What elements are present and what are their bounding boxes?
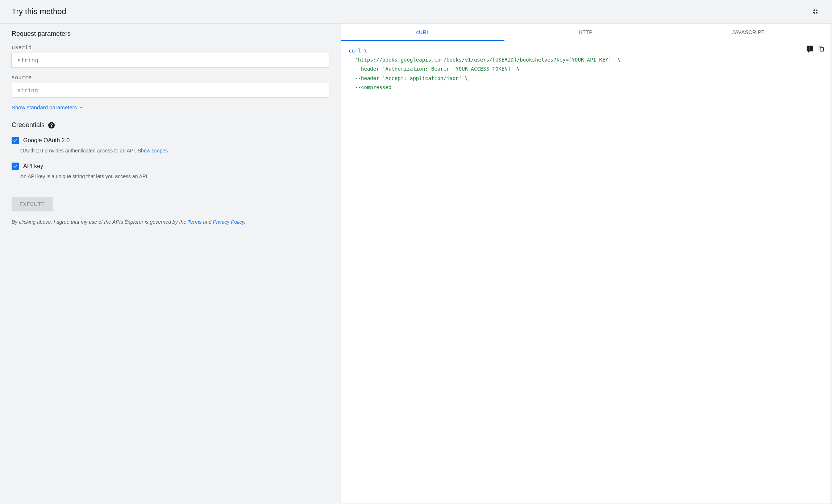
terms-link[interactable]: Terms	[188, 219, 201, 225]
code-token	[379, 75, 382, 81]
disclaimer-pre: By clicking above, I agree that my use o…	[12, 219, 188, 225]
show-standard-params-link[interactable]: Show standard parameters	[12, 104, 83, 110]
feedback-icon: !	[807, 46, 813, 51]
code-token: \	[462, 75, 468, 81]
show-scopes-label: Show scopes	[138, 147, 168, 155]
page-title: Try this method	[12, 7, 66, 16]
credentials-heading-row: Credentials ?	[12, 121, 329, 129]
code-token: 'Accept: application/json'	[382, 75, 462, 81]
apikey-label: API key	[23, 163, 43, 169]
code-actions: !	[807, 45, 825, 52]
code-token	[349, 75, 355, 81]
source-input[interactable]	[17, 87, 324, 94]
tab-http[interactable]: HTTP	[504, 24, 667, 41]
copy-button[interactable]	[818, 45, 825, 52]
tab-javascript[interactable]: JAVASCRIPT	[667, 24, 830, 41]
code-token	[379, 66, 382, 72]
svg-rect-0	[820, 48, 824, 51]
oauth-label: Google OAuth 2.0	[23, 137, 70, 144]
header-bar: Try this method	[0, 0, 832, 24]
oauth-desc-text: OAuth 2.0 provides authenticated access …	[20, 148, 136, 154]
main-content: Request parameters userId source Show st…	[0, 24, 832, 503]
copy-icon	[818, 45, 825, 52]
show-standard-params-label: Show standard parameters	[12, 104, 77, 110]
apikey-row: API key	[12, 163, 329, 170]
disclaimer-text: By clicking above, I agree that my use o…	[12, 218, 329, 226]
code-token	[349, 57, 355, 63]
oauth-desc: OAuth 2.0 provides authenticated access …	[20, 147, 329, 155]
oauth-row: Google OAuth 2.0	[12, 137, 329, 144]
input-wrap-source[interactable]	[12, 83, 329, 98]
userid-input[interactable]	[17, 57, 324, 64]
field-label-source: source	[12, 74, 329, 81]
code-token: --header	[355, 66, 379, 72]
code-token: 'https://books.googleapis.com/books/v1/u…	[355, 57, 614, 63]
code-token: --header	[355, 75, 379, 81]
code-token	[349, 84, 355, 90]
execute-button[interactable]: EXECUTE	[12, 197, 53, 211]
apikey-checkbox[interactable]	[12, 163, 19, 170]
check-icon	[13, 164, 18, 169]
code-tabs: cURL HTTP JAVASCRIPT	[341, 24, 830, 41]
disclaimer-period: .	[244, 219, 245, 225]
code-token: curl	[349, 48, 361, 54]
code-token: 'Authorization: Bearer [YOUR_ACCESS_TOKE…	[382, 66, 513, 72]
chevron-down-icon	[170, 149, 174, 153]
tab-curl[interactable]: cURL	[341, 24, 504, 41]
fullscreen-exit-icon	[812, 8, 819, 15]
privacy-link[interactable]: Privacy Policy	[213, 219, 244, 225]
feedback-button[interactable]: !	[807, 45, 813, 52]
disclaimer-and: and	[201, 219, 213, 225]
right-panel: cURL HTTP JAVASCRIPT !curl \ 'https://bo…	[341, 24, 830, 503]
check-icon	[13, 138, 18, 143]
field-label-userid: userId	[12, 44, 329, 51]
code-token: \	[615, 57, 621, 63]
collapse-button[interactable]	[810, 7, 820, 17]
code-sample: !curl \ 'https://books.googleapis.com/bo…	[341, 41, 830, 97]
oauth-checkbox[interactable]	[12, 137, 19, 144]
input-wrap-userid[interactable]	[12, 53, 329, 68]
request-params-heading: Request parameters	[12, 30, 329, 38]
code-token: --compressed	[355, 84, 391, 90]
help-icon[interactable]: ?	[48, 122, 55, 129]
code-token	[349, 66, 355, 72]
code-token: \	[361, 48, 367, 54]
code-token: \	[514, 66, 520, 72]
chevron-down-icon	[79, 105, 83, 110]
show-scopes-link[interactable]: Show scopes	[138, 147, 174, 155]
apikey-desc: An API key is a unique string that lets …	[20, 173, 329, 180]
left-panel: Request parameters userId source Show st…	[0, 24, 341, 503]
credentials-heading: Credentials	[12, 121, 45, 129]
